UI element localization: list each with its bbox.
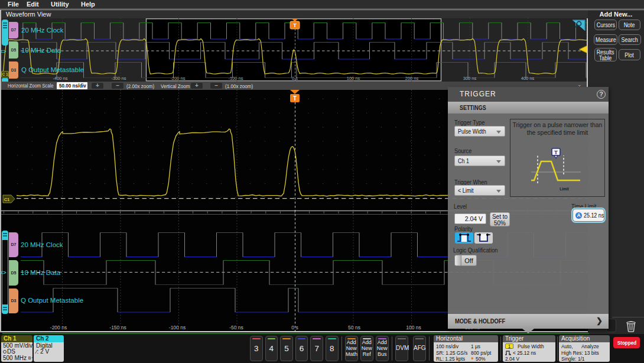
svg-text:-200 ns: -200 ns: [170, 76, 185, 81]
svg-text:200 ns: 200 ns: [405, 76, 419, 81]
svg-text:300 ns: 300 ns: [463, 76, 477, 81]
svg-text:Limit: Limit: [560, 187, 569, 191]
svg-text:0 s: 0 s: [291, 325, 298, 330]
svg-text:-50 ns: -50 ns: [229, 325, 243, 330]
svg-text:100 ns: 100 ns: [347, 76, 360, 81]
svg-text:400 ns: 400 ns: [521, 76, 535, 81]
svg-text:-100 ns: -100 ns: [228, 76, 243, 81]
svg-text:C1: C1: [4, 197, 10, 202]
svg-text:-150 ns: -150 ns: [109, 325, 126, 330]
svg-text:-400 ns: -400 ns: [53, 76, 67, 81]
svg-text:0 s: 0 s: [292, 76, 298, 81]
svg-text:T: T: [293, 22, 297, 28]
svg-text:-300 ns: -300 ns: [111, 76, 126, 81]
svg-text:-100 ns: -100 ns: [169, 325, 186, 330]
svg-text:T: T: [554, 149, 558, 155]
svg-text:100 ns: 100 ns: [406, 325, 421, 330]
svg-text:50 ns: 50 ns: [348, 325, 360, 330]
svg-text:-200 ns: -200 ns: [50, 325, 67, 330]
svg-text:T: T: [293, 95, 297, 102]
